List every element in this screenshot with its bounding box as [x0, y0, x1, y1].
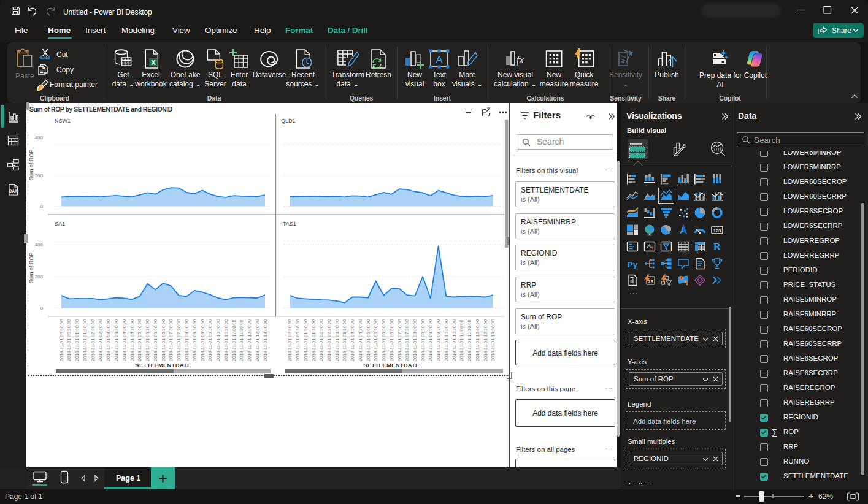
svg-text:2018-11-01 08:30:00: 2018-11-01 08:30:00 [192, 319, 198, 361]
svg-text:2018-11-01 02:30:00: 2018-11-01 02:30:00 [98, 319, 103, 361]
svg-text:2018-11-01 06:00:00: 2018-11-01 06:00:00 [153, 319, 158, 361]
svg-text:2018-11-01 03:00:00: 2018-11-01 03:00:00 [334, 319, 340, 361]
svg-text:2018-11-01 10:00:00: 2018-11-01 10:00:00 [215, 319, 221, 361]
svg-text:400: 400 [35, 135, 44, 140]
svg-text:Sum of ROP by SETTLEMENTDATE a: Sum of ROP by SETTLEMENTDATE and REGIONI… [29, 106, 172, 113]
svg-text:2018-11-01 13:00:00: 2018-11-01 13:00:00 [490, 319, 496, 361]
svg-text:2018-11-01 06:30:00: 2018-11-01 06:30:00 [161, 319, 166, 361]
svg-text:2018-11-01 05:30:00: 2018-11-01 05:30:00 [373, 319, 378, 361]
svg-text:2018-11-01 02:30:00: 2018-11-01 02:30:00 [326, 319, 332, 361]
svg-text:200: 200 [35, 173, 44, 178]
svg-text:2018-11-01 09:30:00: 2018-11-01 09:30:00 [207, 319, 213, 361]
svg-text:2018-11-01 02:00:00: 2018-11-01 02:00:00 [90, 319, 96, 361]
svg-text:2018-11-01 07:00:00: 2018-11-01 07:00:00 [168, 319, 174, 361]
svg-text:2018-11-01 05:00:00: 2018-11-01 05:00:00 [137, 319, 142, 361]
svg-text:2018-11-01 08:00:00: 2018-11-01 08:00:00 [184, 319, 190, 361]
svg-text:A: A [436, 54, 443, 66]
svg-text:2018-11-01 00:30:00: 2018-11-01 00:30:00 [66, 319, 72, 361]
svg-text:2018-11-01 00:00:00: 2018-11-01 00:00:00 [287, 319, 293, 361]
svg-text:2018-11-01 03:30:00: 2018-11-01 03:30:00 [342, 319, 347, 361]
svg-text:2018-11-01 04:00:00: 2018-11-01 04:00:00 [121, 319, 127, 361]
svg-text:2018-11-01 11:30:00: 2018-11-01 11:30:00 [239, 319, 244, 361]
svg-text:23: 23 [648, 279, 653, 284]
svg-text:NSW1: NSW1 [55, 118, 71, 124]
svg-text:2018-11-01 11:00:00: 2018-11-01 11:00:00 [459, 319, 464, 361]
svg-text:2018-11-01 12:00:00: 2018-11-01 12:00:00 [475, 319, 480, 361]
svg-text:2018-11-01 03:30:00: 2018-11-01 03:30:00 [113, 319, 119, 361]
svg-text:2018-11-01 08:30:00: 2018-11-01 08:30:00 [420, 319, 426, 361]
svg-text:2018-11-01 05:00:00: 2018-11-01 05:00:00 [366, 319, 371, 361]
svg-text:2018-11-01 13:00:00: 2018-11-01 13:00:00 [263, 319, 268, 361]
svg-text:2018-11-01 00:00:00: 2018-11-01 00:00:00 [59, 319, 64, 361]
svg-text:2018-11-01 09:00:00: 2018-11-01 09:00:00 [200, 319, 205, 361]
svg-text:0: 0 [40, 305, 44, 311]
svg-text:0: 0 [40, 204, 44, 209]
svg-text:2018-11-01 07:30:00: 2018-11-01 07:30:00 [176, 319, 182, 361]
svg-text:123: 123 [713, 227, 721, 233]
svg-text:2018-11-01 04:30:00: 2018-11-01 04:30:00 [129, 319, 135, 361]
svg-text:2018-11-01 08:00:00: 2018-11-01 08:00:00 [412, 319, 418, 361]
svg-text:2018-11-01 09:00:00: 2018-11-01 09:00:00 [428, 319, 433, 361]
svg-text:2018-11-01 09:30:00: 2018-11-01 09:30:00 [436, 319, 441, 361]
svg-text:2018-11-01 03:00:00: 2018-11-01 03:00:00 [106, 319, 111, 361]
svg-text:2018-11-01 07:30:00: 2018-11-01 07:30:00 [404, 319, 410, 361]
svg-text:R: R [713, 241, 721, 253]
svg-text:2018-11-01 06:30:00: 2018-11-01 06:30:00 [389, 319, 394, 361]
svg-text:2018-11-01 06:00:00: 2018-11-01 06:00:00 [381, 319, 386, 361]
svg-text:2018-11-01 04:00:00: 2018-11-01 04:00:00 [350, 319, 355, 361]
svg-text:2018-11-01 10:30:00: 2018-11-01 10:30:00 [451, 319, 457, 361]
svg-text:Sum of ROP: Sum of ROP [28, 149, 34, 180]
svg-text:SETTLEMENTDATE: SETTLEMENTDATE [135, 362, 191, 368]
svg-text:2018-11-01 10:30:00: 2018-11-01 10:30:00 [223, 319, 229, 361]
svg-text:TAS1: TAS1 [283, 221, 296, 227]
svg-text:SETTLEMENTDATE: SETTLEMENTDATE [363, 362, 419, 368]
svg-text:2018-11-01 11:00:00: 2018-11-01 11:00:00 [231, 319, 237, 361]
svg-text:2018-11-01 01:30:00: 2018-11-01 01:30:00 [82, 319, 88, 361]
svg-text:2018-11-01 12:30:00: 2018-11-01 12:30:00 [483, 319, 488, 361]
svg-text:2018-11-01 05:30:00: 2018-11-01 05:30:00 [145, 319, 150, 361]
svg-text:Py: Py [628, 259, 638, 269]
svg-text:QLD1: QLD1 [281, 118, 296, 124]
svg-text:400: 400 [35, 242, 44, 248]
svg-text:2018-11-01 00:30:00: 2018-11-01 00:30:00 [295, 319, 301, 361]
svg-text:2018-11-01 10:00:00: 2018-11-01 10:00:00 [444, 319, 449, 361]
svg-text:2018-11-01 01:00:00: 2018-11-01 01:00:00 [303, 319, 309, 361]
svg-text:2018-11-01 11:30:00: 2018-11-01 11:30:00 [467, 319, 472, 361]
svg-text:2018-11-01 01:30:00: 2018-11-01 01:30:00 [311, 319, 317, 361]
svg-text:2018-11-01 07:00:00: 2018-11-01 07:00:00 [397, 319, 402, 361]
svg-text:2018-11-01 12:30:00: 2018-11-01 12:30:00 [255, 319, 260, 361]
svg-text:2018-11-01 02:00:00: 2018-11-01 02:00:00 [318, 319, 324, 361]
svg-text:200: 200 [35, 274, 44, 280]
svg-text:DAX: DAX [9, 189, 18, 193]
svg-text:SA1: SA1 [55, 221, 65, 227]
svg-text:X: X [151, 59, 156, 66]
svg-text:2018-11-01 04:30:00: 2018-11-01 04:30:00 [358, 319, 363, 361]
svg-text:fx: fx [517, 54, 524, 66]
svg-text:2018-11-01 01:00:00: 2018-11-01 01:00:00 [74, 319, 80, 361]
svg-text:2018-11-01 12:00:00: 2018-11-01 12:00:00 [247, 319, 252, 361]
svg-text:Sum of ROP: Sum of ROP [28, 252, 34, 283]
